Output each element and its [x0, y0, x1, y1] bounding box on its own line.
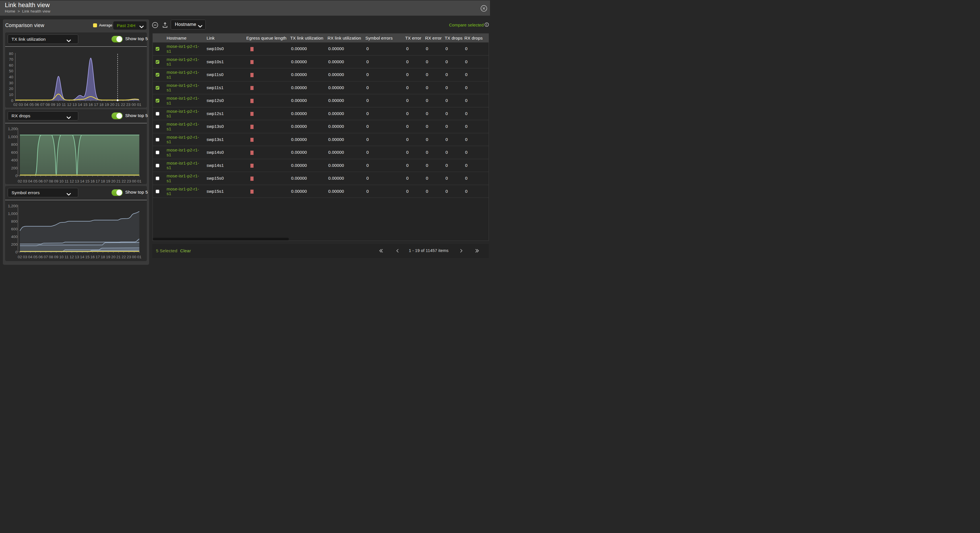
svg-text:11: 11	[65, 255, 68, 259]
svg-text:600: 600	[11, 227, 18, 231]
svg-text:02: 02	[13, 102, 18, 107]
svg-text:14: 14	[80, 179, 84, 183]
svg-text:400: 400	[11, 235, 18, 239]
svg-text:00: 00	[132, 179, 136, 183]
svg-text:04: 04	[28, 255, 33, 259]
svg-text:10: 10	[59, 179, 64, 183]
svg-text:15: 15	[83, 102, 88, 107]
svg-text:20: 20	[111, 255, 116, 259]
svg-text:05: 05	[29, 102, 33, 107]
svg-text:14: 14	[78, 102, 82, 107]
svg-text:23: 23	[126, 102, 130, 107]
svg-text:16: 16	[91, 255, 95, 259]
svg-text:22: 22	[121, 255, 126, 259]
svg-text:18: 18	[101, 255, 105, 259]
svg-text:0: 0	[11, 99, 13, 103]
svg-text:800: 800	[11, 219, 18, 223]
svg-text:11: 11	[62, 102, 66, 107]
svg-text:08: 08	[46, 102, 50, 107]
svg-text:01: 01	[137, 255, 142, 259]
svg-text:12: 12	[67, 102, 72, 107]
svg-text:01: 01	[137, 179, 142, 183]
svg-text:1,000: 1,000	[8, 212, 18, 216]
svg-text:60: 60	[9, 63, 13, 67]
svg-text:03: 03	[19, 102, 23, 107]
svg-text:22: 22	[121, 102, 125, 107]
svg-text:07: 07	[44, 255, 48, 259]
svg-text:03: 03	[23, 255, 27, 259]
svg-text:1,000: 1,000	[8, 134, 18, 139]
svg-text:17: 17	[95, 255, 100, 259]
svg-text:21: 21	[116, 179, 121, 183]
svg-text:15: 15	[85, 255, 90, 259]
svg-text:200: 200	[11, 242, 18, 247]
svg-text:10: 10	[9, 93, 13, 97]
svg-text:17: 17	[94, 102, 98, 107]
svg-text:23: 23	[127, 179, 131, 183]
svg-text:07: 07	[40, 102, 45, 107]
svg-text:23: 23	[127, 255, 131, 259]
svg-text:1,200: 1,200	[8, 127, 18, 131]
svg-text:17: 17	[95, 179, 100, 183]
svg-text:1,200: 1,200	[8, 204, 18, 208]
svg-text:09: 09	[54, 255, 58, 259]
svg-text:03: 03	[23, 179, 27, 183]
svg-text:01: 01	[137, 102, 141, 107]
svg-text:19: 19	[105, 102, 109, 107]
svg-text:13: 13	[75, 179, 79, 183]
svg-text:21: 21	[116, 255, 121, 259]
svg-text:08: 08	[49, 179, 53, 183]
svg-text:09: 09	[54, 179, 58, 183]
svg-text:19: 19	[106, 179, 110, 183]
svg-text:22: 22	[121, 179, 126, 183]
svg-text:21: 21	[116, 102, 120, 107]
svg-text:06: 06	[35, 102, 39, 107]
svg-text:40: 40	[9, 75, 13, 79]
svg-text:20: 20	[111, 179, 116, 183]
svg-text:02: 02	[18, 179, 22, 183]
svg-text:50: 50	[9, 69, 13, 73]
svg-text:04: 04	[28, 179, 33, 183]
svg-text:02: 02	[18, 255, 22, 259]
svg-text:30: 30	[9, 81, 13, 85]
svg-text:80: 80	[9, 51, 13, 56]
svg-text:00: 00	[132, 255, 136, 259]
svg-text:18: 18	[99, 102, 103, 107]
svg-text:19: 19	[106, 255, 110, 259]
svg-text:04: 04	[24, 102, 29, 107]
svg-text:16: 16	[91, 179, 95, 183]
svg-text:12: 12	[70, 255, 74, 259]
svg-text:06: 06	[38, 255, 43, 259]
svg-text:200: 200	[11, 166, 18, 170]
svg-text:70: 70	[9, 57, 13, 62]
svg-text:800: 800	[11, 142, 18, 147]
svg-text:16: 16	[89, 102, 93, 107]
svg-text:400: 400	[11, 158, 18, 162]
svg-text:20: 20	[110, 102, 115, 107]
svg-text:07: 07	[44, 179, 48, 183]
svg-text:10: 10	[56, 102, 60, 107]
svg-text:18: 18	[101, 179, 105, 183]
svg-text:15: 15	[85, 179, 90, 183]
svg-text:05: 05	[33, 179, 38, 183]
svg-text:14: 14	[80, 255, 84, 259]
svg-text:05: 05	[33, 255, 38, 259]
svg-text:09: 09	[51, 102, 55, 107]
svg-text:12: 12	[70, 179, 74, 183]
svg-text:13: 13	[75, 255, 79, 259]
svg-text:13: 13	[73, 102, 77, 107]
svg-text:00: 00	[132, 102, 136, 107]
svg-text:06: 06	[38, 179, 43, 183]
svg-text:11: 11	[65, 179, 68, 183]
svg-text:600: 600	[11, 150, 18, 154]
svg-text:0: 0	[15, 250, 18, 254]
svg-text:0: 0	[15, 174, 18, 178]
svg-text:10: 10	[59, 255, 64, 259]
svg-text:08: 08	[49, 255, 53, 259]
svg-text:20: 20	[9, 86, 13, 91]
